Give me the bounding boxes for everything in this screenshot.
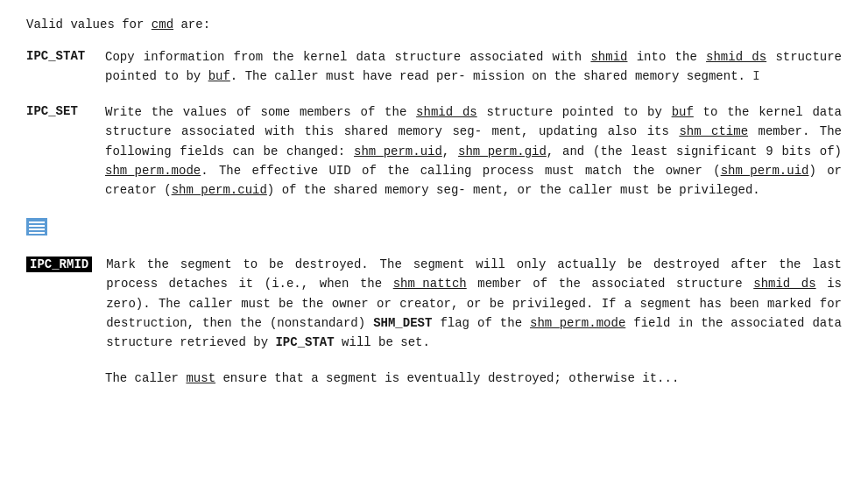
intro-text-after: are:: [173, 18, 210, 32]
ipc-set-desc: Write the values of some members of the …: [105, 102, 842, 200]
ipc-stat-shmidds-link: shmid ds: [706, 50, 766, 64]
ipc-set-shmpermgid-link: shm_perm.gid: [458, 144, 547, 158]
ipc-stat-section: IPC_STAT Copy information from the kerne…: [26, 47, 842, 87]
cmd-term: cmd: [152, 18, 173, 32]
caller-desc: The caller must ensure that a segment is…: [105, 369, 842, 388]
ipc-stat-term-area: IPC_STAT: [26, 47, 105, 63]
icon-term-area: [26, 216, 105, 239]
caller-must-link: must: [186, 371, 215, 385]
ipc-rmid-shmdest-bold: SHM_DEST: [373, 316, 432, 330]
ipc-set-buf-link: buf: [672, 105, 694, 119]
ipc-set-section: IPC_SET Write the values of some members…: [26, 102, 842, 200]
text-cursor: I: [745, 69, 760, 83]
ipc-set-shmidds-link: shmid ds: [416, 105, 477, 119]
intro-line: Valid values for cmd are:: [26, 18, 842, 32]
ipc-stat-term: IPC_STAT: [26, 49, 85, 63]
ipc-stat-buf-link: buf: [208, 69, 230, 83]
ipc-rmid-term: IPC_RMID: [26, 257, 92, 272]
ipc-set-shmpermmode-link: shm_perm.mode: [105, 164, 201, 178]
ipc-rmid-desc: Mark the segment to be destroyed. The se…: [106, 255, 842, 353]
ipc-stat-shmid-link: shmid: [590, 50, 627, 64]
ipc-set-shmpermuid2-link: shm_perm.uid: [721, 164, 809, 178]
page-content: Valid values for cmd are: IPC_STAT Copy …: [26, 18, 842, 388]
icon-row: [26, 216, 842, 239]
caller-term-area: [26, 369, 105, 370]
intro-text-before: Valid values for: [26, 18, 152, 32]
ipc-set-term-area: IPC_SET: [26, 102, 105, 118]
ipc-rmid-shmidds-link: shmid ds: [753, 277, 815, 291]
ipc-set-shmpermcuid-link: shm_perm.cuid: [172, 183, 267, 197]
ipc-rmid-shmnattch-link: shm_nattch: [393, 277, 467, 291]
ipc-rmid-section: IPC_RMID Mark the segment to be destroye…: [26, 255, 842, 353]
caller-section: The caller must ensure that a segment is…: [26, 369, 842, 388]
list-icon: [26, 218, 47, 235]
ipc-rmid-shmpermmode-link: shm_perm.mode: [530, 316, 625, 330]
ipc-set-shmpermuid-link: shm_perm.uid: [354, 144, 442, 158]
caller-row: The caller must ensure that a segment is…: [26, 369, 842, 388]
ipc-set-shmctime-link: shm ctime: [679, 124, 748, 138]
ipc-rmid-term-area: IPC_RMID: [26, 255, 106, 272]
ipc-set-term: IPC_SET: [26, 104, 78, 118]
ipc-stat-desc: Copy information from the kernel data st…: [105, 47, 842, 87]
ipc-rmid-ipcstat-bold: IPC_STAT: [275, 335, 334, 349]
